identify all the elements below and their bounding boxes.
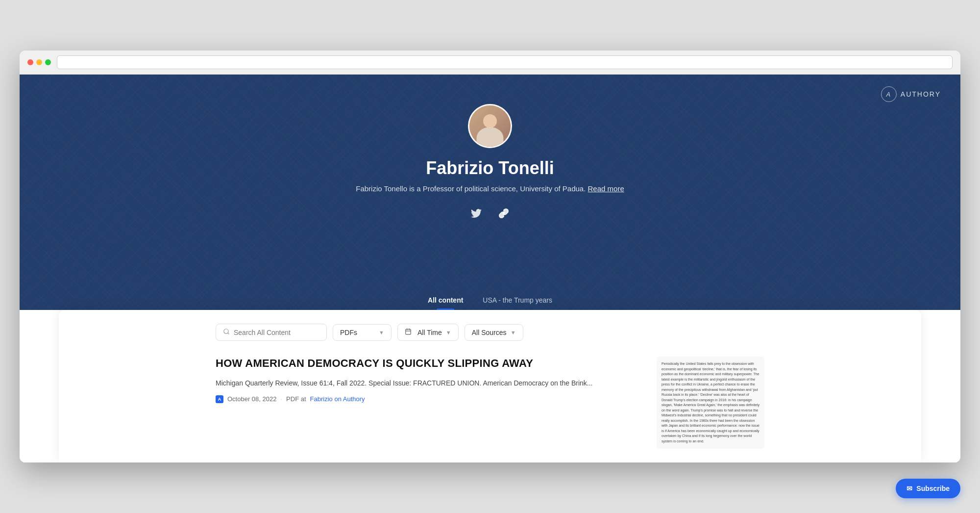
social-icons bbox=[467, 205, 513, 222]
link-icon[interactable] bbox=[495, 205, 513, 222]
all-sources-label: All Sources bbox=[472, 329, 507, 336]
author-bio: Fabrizio Tonello is a Professor of polit… bbox=[356, 184, 624, 193]
twitter-icon[interactable] bbox=[467, 205, 485, 222]
window-controls bbox=[27, 59, 51, 65]
pdfs-label: PDFs bbox=[340, 329, 357, 336]
all-time-label: All Time bbox=[417, 329, 442, 336]
meta-separator: · bbox=[280, 395, 282, 403]
subscribe-button[interactable]: ✉ Subscribe bbox=[896, 479, 960, 498]
article-date: October 08, 2022 bbox=[227, 395, 276, 403]
article-main: HOW AMERICAN DEMOCRACY IS QUICKLY SLIPPI… bbox=[216, 357, 637, 403]
article-source-label: PDF at bbox=[286, 395, 306, 403]
tab-all-content[interactable]: All content bbox=[418, 290, 473, 310]
url-bar[interactable] bbox=[57, 55, 953, 69]
minimize-dot[interactable] bbox=[36, 59, 42, 65]
all-time-dropdown[interactable]: All Time ▼ bbox=[397, 324, 459, 341]
subscribe-label: Subscribe bbox=[916, 485, 950, 492]
article-section: HOW AMERICAN DEMOCRACY IS QUICKLY SLIPPI… bbox=[216, 357, 764, 449]
browser-chrome bbox=[20, 51, 960, 75]
tabs-container: All content USA - the Trump years bbox=[418, 290, 562, 310]
page-content: A AUTHORY Fabrizio Tonelli Fabrizio Tone… bbox=[20, 75, 960, 462]
article-source-link[interactable]: Fabrizio on Authory bbox=[310, 395, 365, 403]
pdfs-dropdown[interactable]: PDFs ▼ bbox=[333, 324, 392, 341]
all-sources-dropdown[interactable]: All Sources ▼ bbox=[465, 324, 523, 341]
envelope-icon: ✉ bbox=[906, 485, 912, 492]
content-wrapper: PDFs ▼ All Time bbox=[196, 310, 784, 462]
close-dot[interactable] bbox=[27, 59, 33, 65]
article-excerpt: Michigan Quarterly Review, Issue 61:4, F… bbox=[216, 378, 637, 388]
author-avatar bbox=[468, 104, 512, 148]
chevron-down-icon-2: ▼ bbox=[446, 330, 451, 335]
read-more-link[interactable]: Read more bbox=[588, 184, 624, 193]
search-icon bbox=[223, 328, 230, 336]
authory-meta-icon: A bbox=[216, 395, 223, 403]
article-meta: A October 08, 2022 · PDF at Fabrizio on … bbox=[216, 395, 637, 403]
search-container[interactable] bbox=[216, 324, 327, 341]
chevron-down-icon-3: ▼ bbox=[511, 330, 516, 335]
author-name: Fabrizio Tonelli bbox=[426, 158, 554, 179]
hero-content: Fabrizio Tonelli Fabrizio Tonello is a P… bbox=[20, 75, 960, 238]
chevron-down-icon: ▼ bbox=[379, 330, 384, 335]
article-title[interactable]: HOW AMERICAN DEMOCRACY IS QUICKLY SLIPPI… bbox=[216, 357, 637, 371]
svg-rect-1 bbox=[406, 329, 411, 334]
content-panel: PDFs ▼ All Time bbox=[59, 310, 921, 462]
browser-window: A AUTHORY Fabrizio Tonelli Fabrizio Tone… bbox=[20, 51, 960, 462]
tabs-section: All content USA - the Trump years bbox=[20, 290, 960, 310]
hero-section: A AUTHORY Fabrizio Tonelli Fabrizio Tone… bbox=[20, 75, 960, 310]
search-input[interactable] bbox=[234, 329, 319, 336]
tab-usa-trump[interactable]: USA - the Trump years bbox=[473, 290, 562, 310]
article-thumbnail: Periodically the United States falls pre… bbox=[657, 357, 764, 449]
calendar-icon bbox=[405, 328, 412, 336]
avatar-image bbox=[469, 105, 511, 147]
filter-bar: PDFs ▼ All Time bbox=[216, 324, 764, 341]
maximize-dot[interactable] bbox=[45, 59, 51, 65]
thumbnail-text: Periodically the United States falls pre… bbox=[662, 361, 760, 444]
